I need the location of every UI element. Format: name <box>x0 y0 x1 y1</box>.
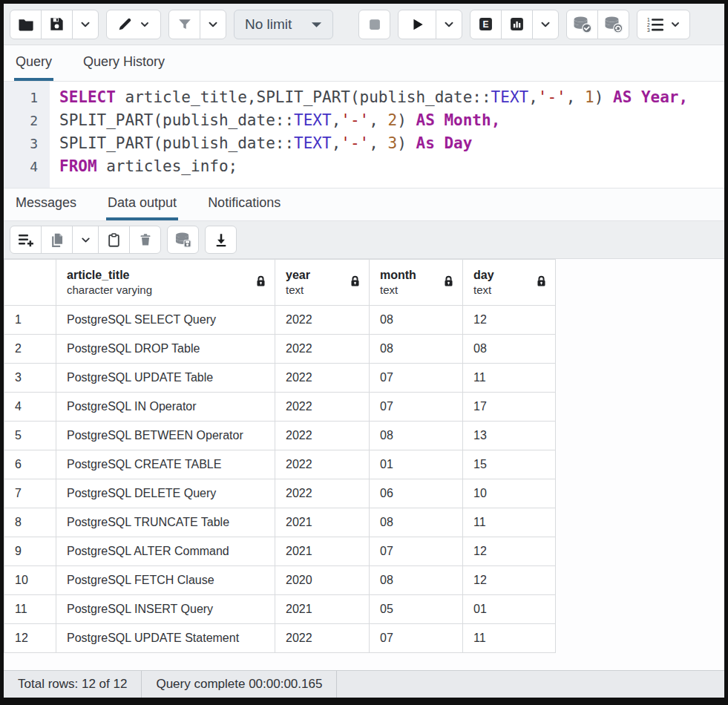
column-header-month[interactable]: monthtext <box>370 260 463 306</box>
explain-button[interactable]: E <box>470 10 502 39</box>
copy-options-dropdown-button[interactable] <box>72 226 99 254</box>
cell-article_title[interactable]: PostgreSQL DROP Table <box>56 335 275 364</box>
cell-year[interactable]: 2021 <box>275 595 370 624</box>
cell-day[interactable]: 12 <box>463 537 556 566</box>
tab-query-history[interactable]: Query History <box>82 45 166 81</box>
cell-day[interactable]: 11 <box>463 364 556 393</box>
cell-article_title[interactable]: PostgreSQL INSERT Query <box>56 595 275 624</box>
cell-year[interactable]: 2022 <box>275 364 370 393</box>
row-number-cell[interactable]: 9 <box>4 537 56 566</box>
row-number-cell[interactable]: 12 <box>4 624 56 653</box>
corner-cell[interactable] <box>4 260 56 306</box>
edit-dropdown-button[interactable] <box>106 10 161 39</box>
column-header-article_title[interactable]: article_titlecharacter varying <box>56 260 275 306</box>
sql-editor[interactable]: 1234 SELECT article_title,SPLIT_PART(pub… <box>4 82 724 188</box>
open-file-button[interactable] <box>10 10 42 39</box>
row-number-cell[interactable]: 10 <box>4 566 56 595</box>
stop-button[interactable] <box>358 10 390 39</box>
cell-day[interactable]: 17 <box>463 393 556 422</box>
cell-year[interactable]: 2021 <box>275 508 370 537</box>
filter-options-dropdown-button[interactable] <box>200 10 226 39</box>
cell-article_title[interactable]: PostgreSQL FETCH Clause <box>56 566 275 595</box>
cell-year[interactable]: 2022 <box>275 479 370 508</box>
cell-day[interactable]: 01 <box>463 595 556 624</box>
copy-button[interactable] <box>41 226 73 254</box>
code-line[interactable]: SPLIT_PART(publish_date::TEXT,'-', 3) As… <box>59 132 724 155</box>
save-file-button[interactable] <box>41 10 73 39</box>
row-number-cell[interactable]: 2 <box>4 335 56 364</box>
cell-month[interactable]: 07 <box>370 364 463 393</box>
cell-article_title[interactable]: PostgreSQL ALTER Command <box>56 537 275 566</box>
tab-query[interactable]: Query <box>14 45 53 81</box>
cell-month[interactable]: 07 <box>370 393 463 422</box>
row-number-cell[interactable]: 11 <box>4 595 56 624</box>
code-lines[interactable]: SELECT article_title,SPLIT_PART(publish_… <box>50 82 724 188</box>
code-line[interactable]: SPLIT_PART(publish_date::TEXT,'-', 2) AS… <box>59 109 724 132</box>
cell-article_title[interactable]: PostgreSQL UPDATE Table <box>56 364 275 393</box>
tab-notifications[interactable]: Notifications <box>206 188 282 220</box>
cell-article_title[interactable]: PostgreSQL SELECT Query <box>56 306 275 335</box>
cell-year[interactable]: 2021 <box>275 537 370 566</box>
cell-article_title[interactable]: PostgreSQL UPDATE Statement <box>56 624 275 653</box>
cell-month[interactable]: 08 <box>370 335 463 364</box>
cell-month[interactable]: 08 <box>370 508 463 537</box>
row-number-cell[interactable]: 6 <box>4 450 56 479</box>
row-number-cell[interactable]: 5 <box>4 422 56 450</box>
cell-day[interactable]: 11 <box>463 624 556 653</box>
cell-year[interactable]: 2022 <box>275 624 370 653</box>
cell-month[interactable]: 07 <box>370 537 463 566</box>
tab-messages[interactable]: Messages <box>14 188 78 220</box>
cell-day[interactable]: 08 <box>463 335 556 364</box>
filter-button[interactable] <box>168 10 200 39</box>
download-results-button[interactable] <box>205 226 237 254</box>
save-data-button[interactable] <box>167 226 199 254</box>
copy-icon <box>49 232 65 249</box>
cell-month[interactable]: 05 <box>370 595 463 624</box>
column-header-day[interactable]: daytext <box>463 260 556 306</box>
cell-year[interactable]: 2022 <box>275 450 370 479</box>
code-line[interactable]: SELECT article_title,SPLIT_PART(publish_… <box>59 86 724 109</box>
cell-month[interactable]: 07 <box>370 624 463 653</box>
cell-month[interactable]: 01 <box>370 450 463 479</box>
cell-year[interactable]: 2022 <box>275 393 370 422</box>
commit-button[interactable] <box>566 10 598 39</box>
cell-article_title[interactable]: PostgreSQL IN Operator <box>56 393 275 422</box>
explain-analyze-button[interactable] <box>501 10 533 39</box>
cell-month[interactable]: 08 <box>370 422 463 450</box>
row-number-cell[interactable]: 7 <box>4 479 56 508</box>
cell-year[interactable]: 2020 <box>275 566 370 595</box>
cell-article_title[interactable]: PostgreSQL BETWEEN Operator <box>56 422 275 450</box>
cell-day[interactable]: 15 <box>463 450 556 479</box>
cell-day[interactable]: 13 <box>463 422 556 450</box>
cell-month[interactable]: 08 <box>370 306 463 335</box>
save-options-dropdown-button[interactable] <box>72 10 99 39</box>
cell-day[interactable]: 12 <box>463 306 556 335</box>
cell-year[interactable]: 2022 <box>275 335 370 364</box>
cell-month[interactable]: 06 <box>370 479 463 508</box>
cell-month[interactable]: 08 <box>370 566 463 595</box>
column-header-year[interactable]: yeartext <box>275 260 370 306</box>
explain-options-dropdown-button[interactable] <box>532 10 559 39</box>
cell-year[interactable]: 2022 <box>275 306 370 335</box>
macros-dropdown-button[interactable]: 123 <box>637 10 690 39</box>
cell-year[interactable]: 2022 <box>275 422 370 450</box>
cell-article_title[interactable]: PostgreSQL DELETE Query <box>56 479 275 508</box>
row-number-cell[interactable]: 8 <box>4 508 56 537</box>
cell-day[interactable]: 12 <box>463 566 556 595</box>
rollback-button[interactable] <box>597 10 629 39</box>
cell-day[interactable]: 11 <box>463 508 556 537</box>
cell-article_title[interactable]: PostgreSQL CREATE TABLE <box>56 450 275 479</box>
row-number-cell[interactable]: 4 <box>4 393 56 422</box>
row-number-cell[interactable]: 3 <box>4 364 56 393</box>
cell-day[interactable]: 10 <box>463 479 556 508</box>
row-limit-select[interactable]: No limit <box>234 10 333 39</box>
tab-data-output[interactable]: Data output <box>106 188 178 220</box>
add-row-button[interactable] <box>10 226 42 254</box>
delete-row-button[interactable] <box>129 226 161 254</box>
cell-article_title[interactable]: PostgreSQL TRUNCATE Table <box>56 508 275 537</box>
execute-options-dropdown-button[interactable] <box>436 10 462 39</box>
row-number-cell[interactable]: 1 <box>4 306 56 335</box>
execute-button[interactable] <box>398 10 436 39</box>
paste-button[interactable] <box>98 226 130 254</box>
code-line[interactable]: FROM articles_info; <box>59 155 724 178</box>
